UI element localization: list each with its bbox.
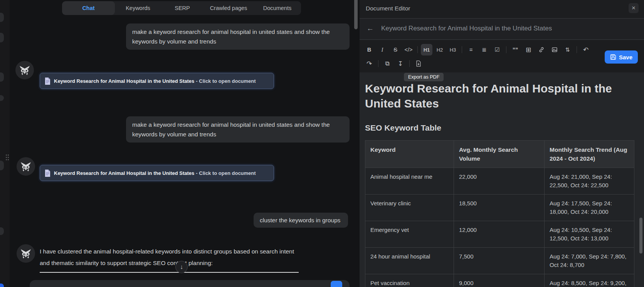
document-chip-title: Keyword Research for Animal Hospital in …	[54, 78, 194, 84]
tab-chat[interactable]: Chat	[62, 1, 115, 15]
table-row: Animal hospital near me22,000Aug 24: 21,…	[365, 168, 634, 195]
back-button[interactable]: ←	[367, 24, 374, 33]
document-nav-title: Keyword Research for Animal Hospital in …	[381, 25, 552, 32]
document-content[interactable]: Keyword Research for Animal Hospital in …	[360, 72, 644, 287]
table-header-cell: Avg. Monthly Search Volume	[454, 141, 545, 168]
strip-item-fragment	[0, 33, 4, 42]
save-icon	[610, 54, 616, 60]
tab-crawled-pages[interactable]: Crawled pages	[203, 1, 254, 15]
download-button[interactable]: ↧	[395, 58, 406, 69]
table-cell: Aug 24: 17,500, Sep 24: 18,000, Oct 24: …	[545, 195, 634, 221]
assistant-message-text: I have clustered the animal hospital-rel…	[40, 246, 294, 269]
document-chip-title: Keyword Research for Animal Hospital in …	[54, 170, 194, 176]
italic-button[interactable]: I	[377, 44, 388, 55]
table-row: Emergency vet12,000Aug 24: 10,500, Sep 2…	[365, 221, 634, 248]
tab-keywords[interactable]: Keywords	[115, 1, 161, 15]
export-pdf-icon	[415, 60, 422, 67]
owl-icon	[18, 64, 31, 76]
close-button[interactable]: ×	[629, 3, 639, 13]
editor-scrollbar-thumb[interactable]	[639, 218, 642, 253]
image-button[interactable]	[549, 44, 560, 55]
ordered-list-button[interactable]: ≣	[478, 44, 490, 55]
table-cell: Aug 24: 7,000, Sep 24: 7,800, Oct 24: 8,…	[545, 248, 634, 274]
table-row: Veterinary clinic18,500Aug 24: 17,500, S…	[365, 195, 634, 221]
strip-item-fragment	[0, 13, 4, 22]
back-arrow-icon: ←	[367, 24, 374, 32]
user-message-bubble: make a keyword research for animal hospi…	[126, 116, 350, 143]
export-pdf-button[interactable]	[413, 58, 424, 69]
close-icon: ×	[632, 4, 636, 12]
heading1-button[interactable]: H1	[421, 44, 432, 55]
table-row: 24 hour animal hospital7,500Aug 24: 7,00…	[365, 248, 634, 274]
section-heading: SEO Keyword Table	[365, 123, 644, 133]
table-header-cell: Keyword	[365, 141, 454, 168]
strip-item-fragment	[0, 72, 4, 82]
bold-button[interactable]: B	[363, 44, 375, 55]
scroll-to-bottom-button[interactable]: ↓	[175, 261, 188, 273]
owl-icon	[20, 247, 32, 260]
table-cell: Aug 24: 10,500, Sep 24: 12,500, Oct 24: …	[545, 221, 634, 248]
table-cell: Animal hospital near me	[365, 168, 454, 195]
user-message-text: make a keyword research for animal hospi…	[132, 121, 330, 138]
user-message-text: cluster the keywords in groups	[260, 217, 340, 223]
table-cell: Emergency vet	[365, 221, 454, 248]
save-label: Save	[619, 54, 632, 60]
horizontal-rule-button[interactable]: ⇅	[562, 44, 573, 55]
blockquote-button[interactable]: ””	[509, 44, 521, 55]
strikethrough-button[interactable]: S	[390, 44, 401, 55]
document-chip[interactable]: Keyword Research for Animal Hospital in …	[40, 73, 274, 89]
copy-button[interactable]: ⧉	[382, 58, 393, 69]
keyword-table: KeywordAvg. Monthly Search VolumeMonthly…	[365, 140, 634, 287]
toolbar-separator	[378, 60, 378, 67]
heading2-button[interactable]: H2	[434, 44, 446, 55]
insert-table-button[interactable]: ⊞	[523, 44, 534, 55]
undo-button[interactable]: ↶	[580, 44, 592, 55]
chat-scrollbar-thumb[interactable]	[354, 0, 358, 29]
user-message-bubble: cluster the keywords in groups	[254, 213, 348, 228]
redo-button[interactable]: ↷	[363, 58, 375, 69]
table-body: Animal hospital near me22,000Aug 24: 21,…	[365, 168, 634, 287]
document-title: Keyword Research for Animal Hospital in …	[365, 81, 636, 111]
user-message-text: make a keyword research for animal hospi…	[132, 29, 330, 45]
link-icon	[538, 47, 545, 53]
task-list-button[interactable]: ☑	[491, 44, 503, 55]
drag-handle[interactable]	[6, 154, 10, 161]
assistant-avatar	[17, 157, 35, 176]
assistant-avatar	[15, 61, 34, 79]
editor-header: Document Editor ×	[360, 0, 644, 18]
image-icon	[552, 47, 558, 53]
message-divider	[40, 272, 299, 273]
toolbar-separator	[409, 60, 410, 67]
table-cell: 9,000	[454, 274, 545, 287]
arrow-down-icon: ↓	[180, 264, 183, 270]
chat-pane: ChatKeywordsSERPCrawled pagesDocuments m…	[10, 0, 360, 287]
strip-item-fragment-blue	[0, 284, 4, 287]
table-cell: 24 hour animal hospital	[365, 248, 454, 274]
tab-documents[interactable]: Documents	[254, 1, 301, 15]
document-chip-suffix: - Click to open document	[196, 78, 256, 84]
table-cell: Veterinary clinic	[365, 195, 454, 221]
link-button[interactable]	[536, 44, 547, 55]
toolbar-separator	[462, 46, 462, 53]
strip-item-fragment	[0, 161, 4, 170]
table-cell: 7,500	[454, 248, 545, 274]
table-cell: 12,000	[454, 221, 545, 248]
heading3-button[interactable]: H3	[447, 44, 459, 55]
strip-item-fragment	[0, 95, 4, 101]
document-chip[interactable]: Keyword Research for Animal Hospital in …	[40, 165, 274, 181]
user-message-bubble: make a keyword research for animal hospi…	[126, 23, 350, 50]
send-button[interactable]	[331, 281, 342, 287]
code-button[interactable]: </>	[403, 44, 414, 55]
document-icon	[45, 77, 50, 85]
owl-icon	[20, 160, 32, 173]
document-editor-panel: Document Editor × ← Keyword Research for…	[360, 0, 644, 287]
save-button[interactable]: Save	[605, 50, 638, 64]
tab-serp[interactable]: SERP	[161, 1, 203, 15]
toolbar-separator	[417, 46, 418, 53]
table-header-cell: Monthly Search Trend (Aug 2024 - Oct 202…	[545, 141, 634, 168]
bullet-list-button[interactable]: ≡	[465, 44, 477, 55]
editor-toolbar: B I S </> H1 H2 H3 ≡ ≣ ☑ ”” ⊞	[360, 40, 644, 72]
chat-tabbar: ChatKeywordsSERPCrawled pagesDocuments	[62, 1, 301, 15]
chat-input[interactable]	[30, 280, 350, 287]
table-cell: 18,500	[454, 195, 545, 221]
